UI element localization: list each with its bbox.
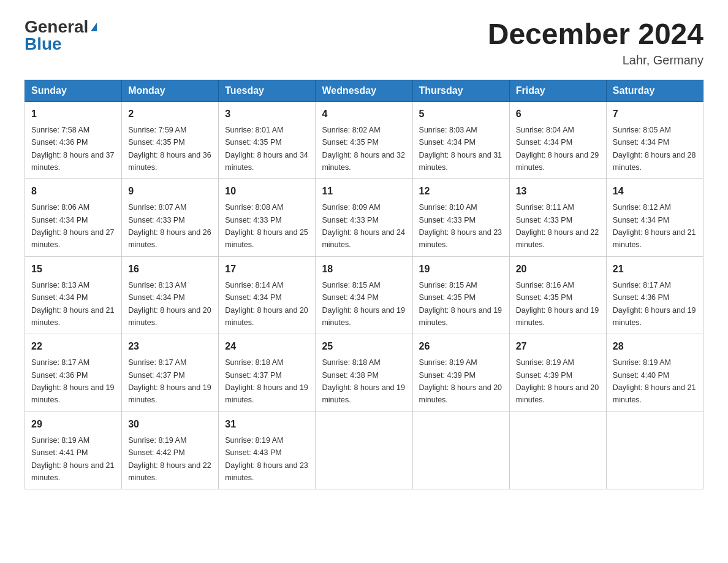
day-info: Sunrise: 8:19 AMSunset: 4:43 PMDaylight:… — [225, 436, 308, 482]
calendar-cell: 20 Sunrise: 8:16 AMSunset: 4:35 PMDaylig… — [509, 256, 606, 334]
calendar-week-row: 1 Sunrise: 7:58 AMSunset: 4:36 PMDayligh… — [25, 101, 703, 179]
day-number: 11 — [322, 184, 406, 199]
day-info: Sunrise: 8:03 AMSunset: 4:34 PMDaylight:… — [419, 126, 502, 172]
day-number: 12 — [419, 184, 503, 199]
calendar-cell: 9 Sunrise: 8:07 AMSunset: 4:33 PMDayligh… — [122, 179, 219, 257]
calendar-cell — [412, 412, 509, 489]
calendar-cell: 27 Sunrise: 8:19 AMSunset: 4:39 PMDaylig… — [509, 334, 606, 412]
calendar-cell: 22 Sunrise: 8:17 AMSunset: 4:36 PMDaylig… — [25, 334, 122, 412]
day-number: 24 — [225, 339, 309, 354]
day-number: 16 — [128, 262, 212, 277]
day-info: Sunrise: 8:19 AMSunset: 4:40 PMDaylight:… — [613, 358, 696, 404]
calendar-table: SundayMondayTuesdayWednesdayThursdayFrid… — [25, 80, 703, 490]
location-label: Lahr, Germany — [488, 53, 703, 67]
calendar-cell: 23 Sunrise: 8:17 AMSunset: 4:37 PMDaylig… — [122, 334, 219, 412]
day-number: 25 — [322, 339, 406, 354]
day-info: Sunrise: 8:14 AMSunset: 4:34 PMDaylight:… — [225, 281, 308, 327]
column-header-friday: Friday — [509, 80, 606, 101]
calendar-cell — [316, 412, 412, 489]
day-number: 30 — [128, 417, 212, 432]
calendar-cell — [606, 412, 703, 489]
calendar-cell: 29 Sunrise: 8:19 AMSunset: 4:41 PMDaylig… — [25, 412, 122, 489]
day-info: Sunrise: 8:17 AMSunset: 4:36 PMDaylight:… — [31, 358, 115, 404]
day-info: Sunrise: 8:08 AMSunset: 4:33 PMDaylight:… — [225, 203, 308, 249]
calendar-cell: 13 Sunrise: 8:11 AMSunset: 4:33 PMDaylig… — [509, 179, 606, 257]
calendar-cell: 14 Sunrise: 8:12 AMSunset: 4:34 PMDaylig… — [606, 179, 703, 257]
day-info: Sunrise: 8:12 AMSunset: 4:34 PMDaylight:… — [613, 203, 696, 249]
calendar-week-row: 8 Sunrise: 8:06 AMSunset: 4:34 PMDayligh… — [25, 179, 703, 257]
calendar-cell: 12 Sunrise: 8:10 AMSunset: 4:33 PMDaylig… — [412, 179, 509, 257]
column-header-tuesday: Tuesday — [219, 80, 316, 101]
day-info: Sunrise: 8:07 AMSunset: 4:33 PMDaylight:… — [128, 203, 211, 249]
calendar-cell: 16 Sunrise: 8:13 AMSunset: 4:34 PMDaylig… — [122, 256, 219, 334]
day-number: 23 — [128, 339, 212, 354]
day-info: Sunrise: 8:02 AMSunset: 4:35 PMDaylight:… — [322, 126, 405, 172]
title-area: December 2024 Lahr, Germany — [488, 18, 703, 67]
day-info: Sunrise: 8:06 AMSunset: 4:34 PMDaylight:… — [31, 203, 115, 249]
day-number: 28 — [613, 339, 697, 354]
day-info: Sunrise: 8:16 AMSunset: 4:35 PMDaylight:… — [516, 281, 599, 327]
calendar-cell: 28 Sunrise: 8:19 AMSunset: 4:40 PMDaylig… — [606, 334, 703, 412]
column-header-sunday: Sunday — [25, 80, 122, 101]
day-info: Sunrise: 8:09 AMSunset: 4:33 PMDaylight:… — [322, 203, 405, 249]
logo-general-text: General — [25, 18, 88, 36]
column-header-monday: Monday — [122, 80, 219, 101]
day-info: Sunrise: 8:18 AMSunset: 4:38 PMDaylight:… — [322, 358, 405, 404]
day-info: Sunrise: 8:13 AMSunset: 4:34 PMDaylight:… — [128, 281, 211, 327]
logo-blue-text: Blue — [25, 36, 62, 53]
day-info: Sunrise: 7:58 AMSunset: 4:36 PMDaylight:… — [31, 126, 115, 172]
day-info: Sunrise: 8:01 AMSunset: 4:35 PMDaylight:… — [225, 126, 308, 172]
day-number: 21 — [613, 262, 697, 277]
calendar-cell: 21 Sunrise: 8:17 AMSunset: 4:36 PMDaylig… — [606, 256, 703, 334]
day-info: Sunrise: 8:19 AMSunset: 4:41 PMDaylight:… — [31, 436, 115, 482]
column-header-wednesday: Wednesday — [316, 80, 412, 101]
day-number: 4 — [322, 107, 406, 121]
calendar-cell: 4 Sunrise: 8:02 AMSunset: 4:35 PMDayligh… — [316, 101, 412, 179]
calendar-cell: 24 Sunrise: 8:18 AMSunset: 4:37 PMDaylig… — [219, 334, 316, 412]
day-number: 20 — [516, 262, 600, 277]
calendar-cell — [509, 412, 606, 489]
calendar-cell: 10 Sunrise: 8:08 AMSunset: 4:33 PMDaylig… — [219, 179, 316, 257]
day-info: Sunrise: 8:18 AMSunset: 4:37 PMDaylight:… — [225, 358, 308, 404]
day-number: 31 — [225, 417, 309, 432]
day-info: Sunrise: 8:15 AMSunset: 4:34 PMDaylight:… — [322, 281, 405, 327]
calendar-week-row: 29 Sunrise: 8:19 AMSunset: 4:41 PMDaylig… — [25, 412, 703, 489]
calendar-cell: 2 Sunrise: 7:59 AMSunset: 4:35 PMDayligh… — [122, 101, 219, 179]
calendar-cell: 15 Sunrise: 8:13 AMSunset: 4:34 PMDaylig… — [25, 256, 122, 334]
calendar-cell: 3 Sunrise: 8:01 AMSunset: 4:35 PMDayligh… — [219, 101, 316, 179]
day-number: 9 — [128, 184, 212, 199]
day-number: 8 — [31, 184, 115, 199]
day-info: Sunrise: 8:15 AMSunset: 4:35 PMDaylight:… — [419, 281, 502, 327]
calendar-cell: 5 Sunrise: 8:03 AMSunset: 4:34 PMDayligh… — [412, 101, 509, 179]
column-header-thursday: Thursday — [412, 80, 509, 101]
calendar-cell: 31 Sunrise: 8:19 AMSunset: 4:43 PMDaylig… — [219, 412, 316, 489]
day-number: 13 — [516, 184, 600, 199]
day-info: Sunrise: 8:05 AMSunset: 4:34 PMDaylight:… — [613, 126, 696, 172]
day-info: Sunrise: 8:19 AMSunset: 4:42 PMDaylight:… — [128, 436, 211, 482]
day-number: 15 — [31, 262, 115, 277]
calendar-cell: 6 Sunrise: 8:04 AMSunset: 4:34 PMDayligh… — [509, 101, 606, 179]
day-number: 3 — [225, 107, 309, 121]
column-header-saturday: Saturday — [606, 80, 703, 101]
day-number: 2 — [128, 107, 212, 121]
page-header: General Blue December 2024 Lahr, Germany — [25, 18, 703, 67]
calendar-cell: 17 Sunrise: 8:14 AMSunset: 4:34 PMDaylig… — [219, 256, 316, 334]
day-number: 29 — [31, 417, 115, 432]
day-number: 5 — [419, 107, 503, 121]
day-number: 22 — [31, 339, 115, 354]
day-info: Sunrise: 8:11 AMSunset: 4:33 PMDaylight:… — [516, 203, 599, 249]
day-info: Sunrise: 7:59 AMSunset: 4:35 PMDaylight:… — [128, 126, 211, 172]
logo-triangle-icon — [91, 23, 97, 31]
day-info: Sunrise: 8:19 AMSunset: 4:39 PMDaylight:… — [516, 358, 599, 404]
day-number: 19 — [419, 262, 503, 277]
day-info: Sunrise: 8:04 AMSunset: 4:34 PMDaylight:… — [516, 126, 599, 172]
calendar-header-row: SundayMondayTuesdayWednesdayThursdayFrid… — [25, 80, 703, 101]
calendar-cell: 8 Sunrise: 8:06 AMSunset: 4:34 PMDayligh… — [25, 179, 122, 257]
day-number: 18 — [322, 262, 406, 277]
logo: General Blue — [25, 18, 97, 53]
day-info: Sunrise: 8:19 AMSunset: 4:39 PMDaylight:… — [419, 358, 502, 404]
day-number: 7 — [613, 107, 697, 121]
day-number: 17 — [225, 262, 309, 277]
day-info: Sunrise: 8:10 AMSunset: 4:33 PMDaylight:… — [419, 203, 502, 249]
day-info: Sunrise: 8:13 AMSunset: 4:34 PMDaylight:… — [31, 281, 115, 327]
